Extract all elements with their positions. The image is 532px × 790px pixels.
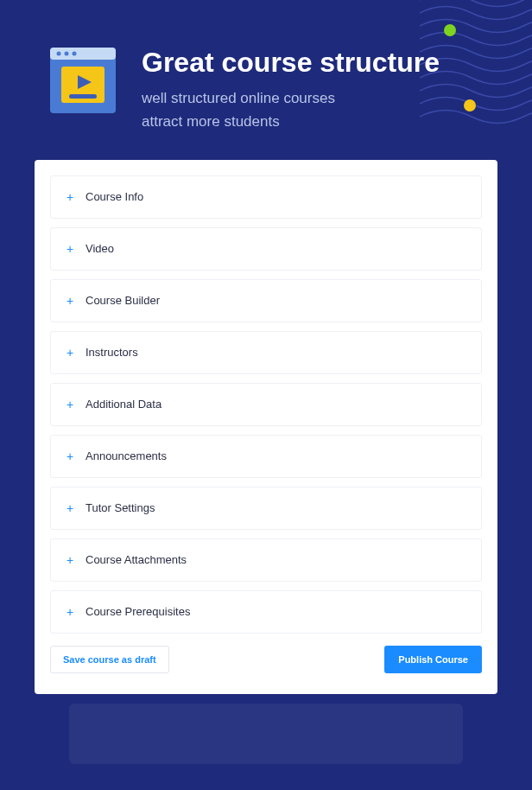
page-title: Great course structure [142, 48, 497, 78]
accordion-additional-data[interactable]: + Additional Data [50, 383, 482, 426]
accordion-tutor-settings[interactable]: + Tutor Settings [50, 487, 482, 530]
page-header: Great course structure well structured o… [0, 0, 532, 160]
plus-icon: + [66, 449, 75, 463]
accordion-label: Course Info [86, 190, 143, 203]
accordion-label: Tutor Settings [86, 501, 155, 514]
accordion-label: Video [86, 242, 114, 255]
svg-rect-6 [69, 94, 97, 99]
plus-icon: + [66, 190, 75, 204]
save-draft-button[interactable]: Save course as draft [50, 646, 169, 673]
publish-course-button[interactable]: Publish Course [384, 646, 482, 673]
plus-icon: + [66, 501, 75, 515]
accordion-label: Course Attachments [86, 553, 187, 566]
panel-footer: Save course as draft Publish Course [50, 646, 482, 673]
course-settings-panel: + Course Info + Video + Course Builder +… [35, 160, 497, 694]
plus-icon: + [66, 553, 75, 567]
svg-point-4 [73, 52, 77, 56]
page-subtitle: well structured online courses attract m… [142, 86, 497, 133]
accordion-label: Announcements [86, 449, 167, 462]
plus-icon: + [66, 346, 75, 360]
svg-point-3 [65, 52, 69, 56]
accordion-course-attachments[interactable]: + Course Attachments [50, 538, 482, 582]
svg-point-2 [57, 52, 61, 56]
accordion-label: Additional Data [86, 398, 162, 411]
accordion-label: Course Prerequisites [86, 605, 190, 618]
plus-icon: + [66, 605, 75, 619]
accordion-label: Course Builder [86, 294, 160, 307]
plus-icon: + [66, 294, 75, 308]
accordion-course-builder[interactable]: + Course Builder [50, 279, 482, 322]
plus-icon: + [66, 398, 75, 411]
accordion-instructors[interactable]: + Instructors [50, 331, 482, 374]
accordion-video[interactable]: + Video [50, 227, 482, 271]
accordion-announcements[interactable]: + Announcements [50, 435, 482, 478]
video-player-icon [50, 48, 116, 113]
accordion-label: Instructors [86, 346, 138, 359]
shadow-card-decoration [69, 704, 463, 764]
accordion-course-info[interactable]: + Course Info [50, 175, 482, 219]
accordion-course-prerequisites[interactable]: + Course Prerequisites [50, 590, 482, 634]
plus-icon: + [66, 242, 75, 256]
